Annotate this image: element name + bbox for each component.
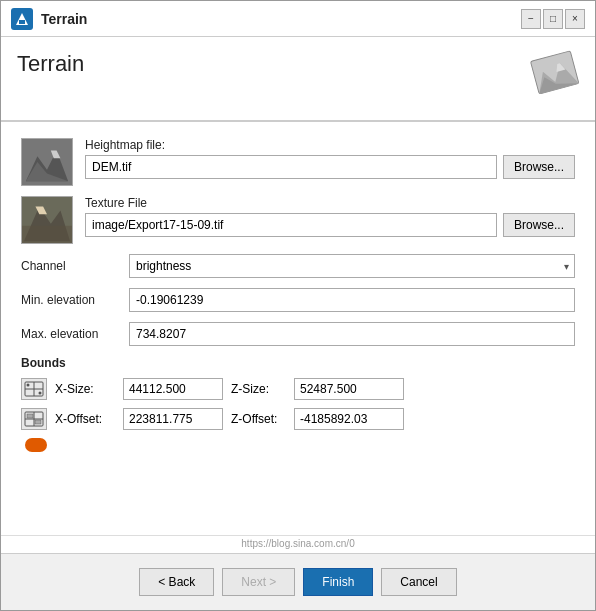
heightmap-input[interactable] bbox=[85, 155, 497, 179]
xoffset-row: X-Offset: Z-Offset: bbox=[21, 408, 575, 430]
heightmap-thumbnail bbox=[21, 138, 73, 186]
xoffset-icon bbox=[21, 408, 47, 430]
zsize-label: Z-Size: bbox=[231, 382, 286, 396]
texture-file-block: Texture File Browse... bbox=[85, 196, 575, 237]
min-elevation-label: Min. elevation bbox=[21, 293, 121, 307]
channel-row: Channel brightness red green blue alpha … bbox=[21, 254, 575, 278]
xoffset-input[interactable] bbox=[123, 408, 223, 430]
texture-browse-button[interactable]: Browse... bbox=[503, 213, 575, 237]
channel-label: Channel bbox=[21, 259, 121, 273]
next-button[interactable]: Next > bbox=[222, 568, 295, 596]
window-controls: − □ × bbox=[521, 9, 585, 29]
page-title: Terrain bbox=[17, 47, 84, 77]
window-title: Terrain bbox=[41, 11, 521, 27]
heightmap-label: Heightmap file: bbox=[85, 138, 575, 152]
svg-point-18 bbox=[39, 392, 42, 395]
heightmap-row: Heightmap file: Browse... bbox=[21, 138, 575, 186]
texture-label: Texture File bbox=[85, 196, 575, 210]
terrain-logo bbox=[509, 47, 579, 110]
xsize-icon bbox=[21, 378, 47, 400]
texture-thumbnail bbox=[21, 196, 73, 244]
main-window: Terrain − □ × Terrain bbox=[0, 0, 596, 611]
min-elevation-input[interactable] bbox=[129, 288, 575, 312]
max-elevation-input[interactable] bbox=[129, 322, 575, 346]
svg-rect-1 bbox=[19, 20, 25, 24]
svg-rect-12 bbox=[22, 226, 72, 243]
minimize-button[interactable]: − bbox=[521, 9, 541, 29]
xoffset-label: X-Offset: bbox=[55, 412, 115, 426]
heightmap-browse-button[interactable]: Browse... bbox=[503, 155, 575, 179]
footer: < Back Next > Finish Cancel bbox=[1, 553, 595, 610]
form-section: Heightmap file: Browse... Texture File bbox=[1, 122, 595, 536]
cancel-button[interactable]: Cancel bbox=[381, 568, 456, 596]
header-section: Terrain bbox=[1, 37, 595, 122]
xsize-label: X-Size: bbox=[55, 382, 115, 396]
texture-row: Texture File Browse... bbox=[21, 196, 575, 244]
bounds-section-label: Bounds bbox=[21, 356, 575, 370]
maximize-button[interactable]: □ bbox=[543, 9, 563, 29]
channel-select[interactable]: brightness red green blue alpha bbox=[129, 254, 575, 278]
finish-button[interactable]: Finish bbox=[303, 568, 373, 596]
close-button[interactable]: × bbox=[565, 9, 585, 29]
back-button[interactable]: < Back bbox=[139, 568, 214, 596]
heightmap-file-row: Browse... bbox=[85, 155, 575, 179]
heightmap-file-block: Heightmap file: Browse... bbox=[85, 138, 575, 179]
channel-select-wrap: brightness red green blue alpha ▾ bbox=[129, 254, 575, 278]
svg-point-17 bbox=[27, 384, 30, 387]
xsize-input[interactable] bbox=[123, 378, 223, 400]
title-bar: Terrain − □ × bbox=[1, 1, 595, 37]
zoffset-label: Z-Offset: bbox=[231, 412, 286, 426]
xsize-row: X-Size: Z-Size: bbox=[21, 378, 575, 400]
watermark: https://blog.sina.com.cn/0 bbox=[1, 536, 595, 553]
zoffset-input[interactable] bbox=[294, 408, 404, 430]
max-elevation-row: Max. elevation bbox=[21, 322, 575, 346]
min-elevation-row: Min. elevation bbox=[21, 288, 575, 312]
highlight-indicator bbox=[25, 438, 47, 452]
texture-file-row: Browse... bbox=[85, 213, 575, 237]
svg-rect-22 bbox=[27, 414, 33, 418]
max-elevation-label: Max. elevation bbox=[21, 327, 121, 341]
app-icon bbox=[11, 8, 33, 30]
svg-rect-23 bbox=[35, 420, 41, 424]
texture-input[interactable] bbox=[85, 213, 497, 237]
zsize-input[interactable] bbox=[294, 378, 404, 400]
